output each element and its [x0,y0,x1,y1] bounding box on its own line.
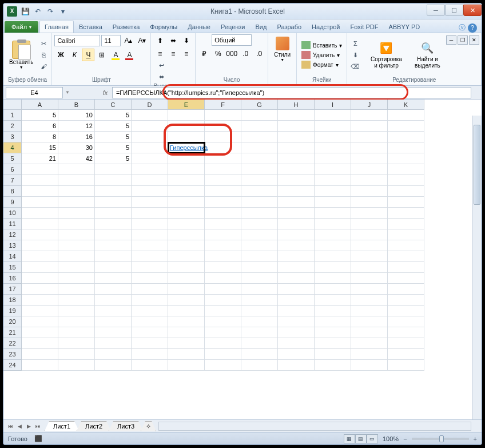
zoom-level[interactable]: 100% [383,435,399,442]
cell[interactable] [388,338,424,349]
cell[interactable] [132,284,168,295]
cell[interactable] [95,327,132,338]
decrease-decimal-icon[interactable]: .0 [253,47,265,60]
cell[interactable] [58,208,95,219]
column-header[interactable]: B [58,100,95,110]
align-right-icon[interactable]: ≡ [180,47,193,60]
cell[interactable] [168,284,205,295]
number-format-select[interactable] [212,34,252,46]
cell[interactable] [132,164,168,175]
cell[interactable] [388,164,424,175]
cell[interactable] [278,284,315,295]
column-header[interactable]: A [22,100,58,110]
cell[interactable] [168,327,205,338]
cell[interactable] [388,175,424,186]
currency-icon[interactable]: ₽ [198,47,210,60]
cell[interactable] [58,273,95,284]
cell[interactable] [58,186,95,197]
cell[interactable] [351,164,388,175]
cell[interactable] [278,262,315,273]
cell[interactable] [22,360,58,371]
cell[interactable] [22,240,58,251]
cell[interactable] [95,360,132,371]
cell[interactable] [315,197,351,208]
merge-icon[interactable]: ⬌ [156,72,167,82]
cell[interactable] [241,121,278,132]
cell[interactable] [241,164,278,175]
normal-view-button[interactable]: ▦ [344,434,355,443]
cell[interactable] [278,306,315,316]
cell[interactable] [132,295,168,306]
select-all-corner[interactable] [3,100,22,110]
cell[interactable] [22,284,58,295]
cell[interactable] [95,197,132,208]
cell[interactable] [95,306,132,316]
cell[interactable] [315,273,351,284]
cut-icon[interactable]: ✂ [38,38,49,49]
cell[interactable] [168,110,205,121]
cell[interactable] [241,186,278,197]
cell[interactable]: 16 [58,132,95,142]
wb-minimize-button[interactable]: ─ [446,35,456,45]
row-header[interactable]: 7 [3,175,22,186]
cell[interactable] [388,251,424,262]
cell[interactable] [388,121,424,132]
cell[interactable] [205,186,241,197]
row-header[interactable]: 17 [3,284,22,295]
row-header[interactable]: 1 [3,110,22,121]
cell[interactable] [95,295,132,306]
cell[interactable] [22,219,58,229]
cell[interactable] [278,208,315,219]
cell[interactable] [241,316,278,327]
align-middle-icon[interactable]: ⬌ [167,34,180,47]
cell[interactable] [58,360,95,371]
cell[interactable] [95,240,132,251]
cell[interactable] [132,142,168,153]
cell[interactable] [168,197,205,208]
cell[interactable] [168,219,205,229]
copy-icon[interactable]: ⎘ [38,50,49,60]
ribbon-tab-формулы[interactable]: Формулы [145,21,182,33]
cell[interactable]: Гиперссылка [168,142,205,153]
cell[interactable]: 8 [22,132,58,142]
cell[interactable] [351,284,388,295]
column-header[interactable]: J [351,100,388,110]
cell[interactable] [168,153,205,164]
ribbon-tab-разрабо[interactable]: Разрабо [272,21,307,33]
cell[interactable] [205,240,241,251]
cell[interactable] [315,338,351,349]
cell[interactable] [95,219,132,229]
cell[interactable] [132,121,168,132]
styles-button[interactable]: Стили ▼ [271,34,294,64]
cell[interactable] [351,110,388,121]
cell[interactable] [205,262,241,273]
cell[interactable] [388,316,424,327]
ribbon-tab-данные[interactable]: Данные [182,21,216,33]
ribbon-tab-главная[interactable]: Главная [39,21,74,33]
cell[interactable] [388,349,424,360]
cell[interactable] [315,262,351,273]
cell[interactable] [351,121,388,132]
find-select-button[interactable]: 🔍 Найти и выделить [408,39,447,71]
cell[interactable] [22,197,58,208]
cell[interactable] [205,229,241,240]
cell[interactable]: 42 [58,153,95,164]
cell[interactable] [278,360,315,371]
cell[interactable] [205,306,241,316]
cell[interactable] [168,316,205,327]
cell[interactable] [205,251,241,262]
cell[interactable] [22,186,58,197]
cell[interactable] [132,110,168,121]
column-header[interactable]: H [278,100,315,110]
cell[interactable] [205,349,241,360]
row-header[interactable]: 15 [3,262,22,273]
cell[interactable] [388,327,424,338]
cell[interactable] [278,132,315,142]
ribbon-tab-вид[interactable]: Вид [251,21,272,33]
cell[interactable] [168,132,205,142]
ribbon-tab-foxit pdf[interactable]: Foxit PDF [345,21,384,33]
cell[interactable] [278,175,315,186]
cell[interactable] [351,273,388,284]
column-header[interactable]: F [205,100,241,110]
cell[interactable] [388,132,424,142]
